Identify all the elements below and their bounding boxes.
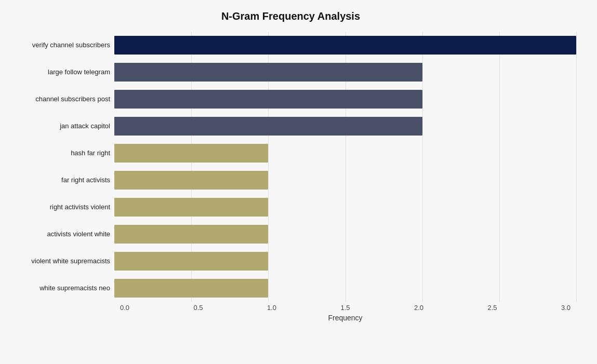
- bar-row: [114, 32, 576, 59]
- bar: [114, 279, 268, 298]
- y-label: right activists violent: [50, 203, 110, 211]
- chart-area: verify channel subscriberslarge follow t…: [5, 32, 576, 313]
- bar: [114, 117, 422, 136]
- y-label: violent white supremacists: [31, 257, 110, 265]
- bar: [114, 90, 422, 109]
- bar-row: [114, 275, 576, 302]
- bar: [114, 225, 268, 244]
- bar: [114, 252, 268, 271]
- bar-row: [114, 59, 576, 86]
- x-tick: 0.0: [114, 304, 135, 312]
- x-tick: 2.5: [482, 304, 503, 312]
- y-labels: verify channel subscriberslarge follow t…: [5, 32, 114, 302]
- y-label: verify channel subscribers: [32, 41, 110, 49]
- bar-row: [114, 113, 576, 140]
- x-axis: 0.00.51.01.52.02.53.0 Frequency: [114, 304, 576, 322]
- y-label: channel subscribers post: [35, 95, 110, 103]
- bar: [114, 171, 268, 190]
- x-tick: 1.5: [335, 304, 356, 312]
- bar: [114, 144, 268, 163]
- bar-row: [114, 86, 576, 113]
- y-label: far right activists: [61, 176, 110, 184]
- bar-row: [114, 221, 576, 248]
- x-tick: 2.0: [408, 304, 429, 312]
- bar: [114, 198, 268, 217]
- chart-container: N-Gram Frequency Analysis verify channel…: [0, 0, 597, 364]
- y-label: white supremacists neo: [39, 284, 110, 292]
- bar: [114, 36, 576, 55]
- bar-row: [114, 194, 576, 221]
- y-label: hash far right: [71, 149, 110, 157]
- x-tick: 1.0: [261, 304, 282, 312]
- x-tick: 0.5: [188, 304, 209, 312]
- y-label: large follow telegram: [48, 68, 110, 76]
- bars-and-labels: verify channel subscriberslarge follow t…: [5, 32, 576, 302]
- bar-row: [114, 140, 576, 167]
- x-tick-row: 0.00.51.01.52.02.53.0: [114, 304, 576, 312]
- y-label: jan attack capitol: [60, 122, 110, 130]
- bars-panel: [114, 32, 576, 302]
- x-tick: 3.0: [555, 304, 576, 312]
- bar: [114, 63, 422, 82]
- grid-line: [576, 32, 577, 302]
- chart-title: N-Gram Frequency Analysis: [5, 10, 576, 22]
- bar-row: [114, 248, 576, 275]
- bar-row: [114, 167, 576, 194]
- x-axis-label: Frequency: [114, 314, 576, 322]
- y-label: activists violent white: [47, 230, 110, 238]
